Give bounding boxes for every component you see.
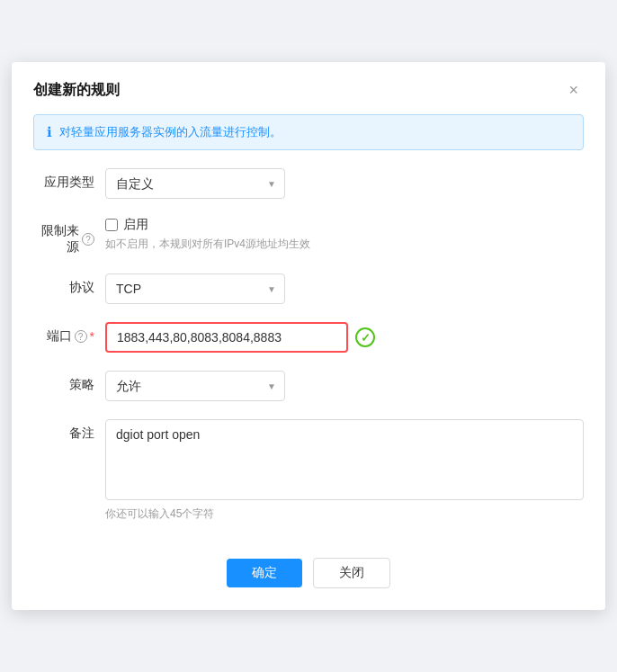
dialog-header: 创建新的规则 ×	[12, 62, 605, 114]
protocol-label: 协议	[33, 273, 105, 296]
protocol-row: 协议 TCP UDP ICMP ▼	[33, 273, 584, 304]
strategy-label: 策略	[33, 371, 105, 393]
port-label: 端口 ? *	[33, 322, 105, 345]
create-rule-dialog: 创建新的规则 × ℹ 对轻量应用服务器实例的入流量进行控制。 应用类型 自定义 …	[12, 62, 605, 610]
port-input[interactable]	[105, 322, 348, 353]
protocol-select[interactable]: TCP UDP ICMP	[105, 273, 285, 304]
limit-source-help-icon[interactable]: ?	[82, 233, 94, 246]
strategy-select[interactable]: 允许 拒绝	[105, 371, 285, 401]
port-input-wrapper	[105, 322, 375, 353]
strategy-row: 策略 允许 拒绝 ▼	[33, 371, 584, 401]
app-type-label: 应用类型	[33, 168, 105, 191]
dialog-footer: 确定 关闭	[12, 540, 605, 610]
protocol-select-wrapper: TCP UDP ICMP ▼	[105, 273, 285, 304]
remark-textarea[interactable]: dgiot port open	[105, 419, 584, 500]
limit-source-hint: 如不启用，本规则对所有IPv4源地址均生效	[105, 237, 584, 252]
info-banner-text: 对轻量应用服务器实例的入流量进行控制。	[59, 124, 282, 140]
port-content	[105, 322, 584, 353]
port-row: 端口 ? *	[33, 322, 584, 353]
remark-label: 备注	[33, 419, 105, 442]
limit-source-row: 限制来源 ? 启用 如不启用，本规则对所有IPv4源地址均生效	[33, 217, 584, 255]
info-banner: ℹ 对轻量应用服务器实例的入流量进行控制。	[33, 114, 584, 150]
app-type-row: 应用类型 自定义 HTTP HTTPS SSH RDP ▼	[33, 168, 584, 199]
cancel-button[interactable]: 关闭	[313, 558, 390, 588]
dialog-title: 创建新的规则	[33, 81, 120, 100]
form-body: 应用类型 自定义 HTTP HTTPS SSH RDP ▼ 限制来源	[12, 168, 605, 522]
limit-source-checkbox-label: 启用	[123, 217, 148, 233]
port-valid-icon	[355, 327, 375, 347]
port-label-wrapper: 端口 ? *	[33, 328, 94, 345]
app-type-select-wrapper: 自定义 HTTP HTTPS SSH RDP ▼	[105, 168, 285, 199]
close-icon[interactable]: ×	[563, 80, 584, 100]
strategy-content: 允许 拒绝 ▼	[105, 371, 584, 401]
info-circle-icon: ℹ	[47, 124, 52, 140]
limit-source-content: 启用 如不启用，本规则对所有IPv4源地址均生效	[105, 217, 584, 252]
protocol-content: TCP UDP ICMP ▼	[105, 273, 584, 304]
port-required-star: *	[90, 329, 94, 344]
app-type-content: 自定义 HTTP HTTPS SSH RDP ▼	[105, 168, 584, 199]
limit-source-checkbox-row: 启用	[105, 217, 584, 233]
remark-char-hint: 你还可以输入45个字符	[105, 506, 584, 522]
limit-source-label: 限制来源 ?	[33, 217, 105, 255]
limit-source-label-wrapper: 限制来源 ?	[33, 223, 94, 255]
limit-source-checkbox[interactable]	[105, 219, 118, 231]
port-help-icon[interactable]: ?	[75, 330, 87, 343]
strategy-select-wrapper: 允许 拒绝 ▼	[105, 371, 285, 401]
remark-content: dgiot port open 你还可以输入45个字符	[105, 419, 584, 522]
confirm-button[interactable]: 确定	[227, 559, 302, 587]
remark-row: 备注 dgiot port open 你还可以输入45个字符	[33, 419, 584, 522]
app-type-select[interactable]: 自定义 HTTP HTTPS SSH RDP	[105, 168, 285, 199]
